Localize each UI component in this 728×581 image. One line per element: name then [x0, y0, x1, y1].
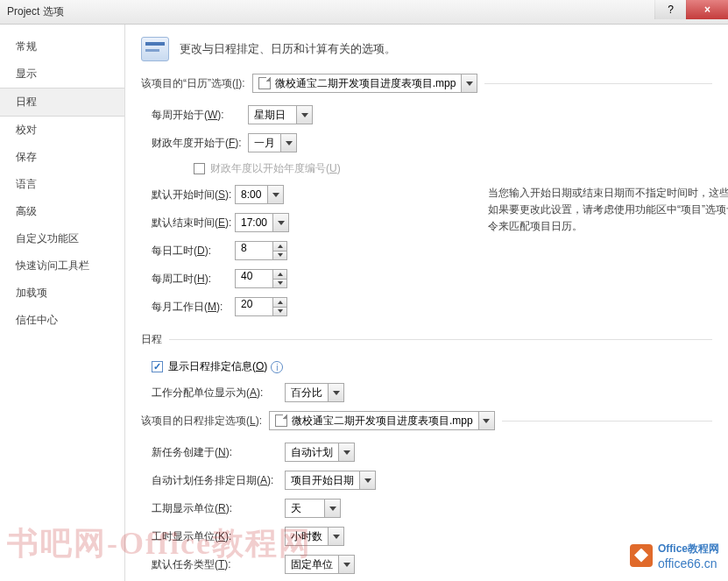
assignment-units-label: 工作分配单位显示为(A): — [152, 386, 285, 400]
titlebar: Project 选项 ? × — [0, 0, 728, 25]
hours-per-week-label: 每周工时(H): — [152, 272, 235, 287]
close-button[interactable]: × — [686, 0, 728, 19]
work-units-label: 工时显示单位(K): — [152, 529, 285, 544]
fy-numbering-label: 财政年度以开始年度编号(U) — [210, 161, 341, 176]
divider — [169, 339, 712, 340]
chevron-down-icon — [286, 141, 293, 145]
fy-numbering-checkbox — [194, 163, 205, 174]
show-schedule-info-label: 显示日程排定信息(O) — [168, 359, 267, 374]
hours-per-day-spinner[interactable]: 8 — [235, 241, 287, 260]
days-per-month-label: 每月工作日(M): — [152, 300, 235, 315]
calendar-section-title: 该项目的“日历”选项(I): — [141, 76, 245, 91]
sidebar-item-display[interactable]: 显示 — [0, 60, 124, 88]
default-task-type-select[interactable]: 固定单位 — [285, 555, 355, 574]
duration-units-select[interactable]: 天 — [285, 499, 341, 518]
sidebar-item-language[interactable]: 语言 — [0, 171, 124, 198]
help-button[interactable]: ? — [654, 0, 686, 19]
titlebar-buttons: ? × — [654, 0, 728, 19]
divider — [484, 83, 712, 84]
default-start-label: 默认开始时间(S): — [152, 188, 235, 202]
default-start-select[interactable]: 8:00 — [235, 185, 284, 204]
new-tasks-label: 新任务创建于(N): — [152, 445, 285, 460]
sidebar-item-addins[interactable]: 加载项 — [0, 280, 124, 307]
assignment-units-select[interactable]: 百分比 — [285, 383, 344, 402]
sidebar-item-quick-access[interactable]: 快速访问工具栏 — [0, 252, 124, 280]
sidebar-item-schedule[interactable]: 日程 — [0, 88, 124, 117]
sched-options-title: 该项目的日程排定选项(L): — [141, 414, 262, 429]
container: 常规 显示 日程 校对 保存 语言 高级 自定义功能区 快速访问工具栏 加载项 … — [0, 25, 728, 581]
sidebar-item-advanced[interactable]: 高级 — [0, 198, 124, 225]
question-icon: ? — [668, 4, 674, 16]
schedule-header-icon — [141, 37, 169, 61]
sidebar-item-trust-center[interactable]: 信任中心 — [0, 307, 124, 334]
duration-units-label: 工期显示单位(R): — [152, 501, 285, 516]
divider — [502, 421, 712, 422]
show-schedule-info-checkbox[interactable] — [152, 361, 163, 372]
work-units-select[interactable]: 小时数 — [285, 527, 344, 546]
sidebar-item-customize-ribbon[interactable]: 自定义功能区 — [0, 225, 124, 252]
calendar-section-title-row: 该项目的“日历”选项(I): 微校通宝二期开发项目进度表项目.mpp — [141, 74, 712, 93]
schedule-section-title: 日程 — [141, 332, 162, 347]
window-title: Project 选项 — [7, 4, 64, 19]
week-start-label: 每周开始于(W): — [152, 108, 248, 123]
week-start-select[interactable]: 星期日 — [248, 105, 313, 124]
file-icon — [258, 77, 271, 89]
hours-per-week-spinner[interactable]: 40 — [235, 269, 287, 288]
calendar-side-note: 当您输入开始日期或结束日期而不指定时间时，这些时间会被分配给任务。如果要更改此设… — [488, 185, 728, 236]
file-icon — [275, 414, 287, 427]
default-task-type-label: 默认任务类型(T): — [152, 557, 285, 572]
auto-sched-select[interactable]: 项目开始日期 — [285, 471, 376, 490]
page-description: 更改与日程排定、日历和计算有关的选项。 — [180, 41, 396, 57]
chevron-down-icon — [333, 391, 340, 395]
chevron-down-icon — [278, 221, 285, 225]
chevron-down-icon — [466, 81, 473, 86]
chevron-down-icon — [278, 253, 283, 257]
schedule-section-title-row: 日程 — [141, 332, 712, 347]
fy-start-select[interactable]: 一月 — [248, 133, 297, 152]
auto-sched-label: 自动计划任务排定日期(A): — [152, 473, 285, 488]
page-header: 更改与日程排定、日历和计算有关的选项。 — [141, 37, 712, 61]
chevron-down-icon — [483, 419, 490, 423]
hours-per-day-label: 每日工时(D): — [152, 244, 235, 259]
dropdown-button[interactable] — [461, 74, 477, 92]
sidebar-item-proofing[interactable]: 校对 — [0, 117, 124, 144]
sched-options-project-select[interactable]: 微校通宝二期开发项目进度表项目.mpp — [269, 411, 495, 430]
sidebar-item-save[interactable]: 保存 — [0, 144, 124, 171]
sidebar-item-general[interactable]: 常规 — [0, 33, 124, 60]
chevron-down-icon — [301, 113, 308, 117]
days-per-month-spinner[interactable]: 20 — [235, 297, 287, 316]
chevron-down-icon — [272, 193, 279, 197]
default-end-select[interactable]: 17:00 — [235, 213, 289, 232]
fy-start-label: 财政年度开始于(F): — [152, 136, 248, 151]
chevron-up-icon — [278, 244, 283, 248]
close-icon: × — [704, 4, 710, 16]
content: 更改与日程排定、日历和计算有关的选项。 该项目的“日历”选项(I): 微校通宝二… — [125, 25, 728, 581]
calendar-project-select[interactable]: 微校通宝二期开发项目进度表项目.mpp — [252, 74, 478, 93]
info-icon[interactable]: i — [271, 361, 283, 373]
sidebar: 常规 显示 日程 校对 保存 语言 高级 自定义功能区 快速访问工具栏 加载项 … — [0, 25, 125, 581]
default-end-label: 默认结束时间(E): — [152, 216, 235, 230]
sched-options-title-row: 该项目的日程排定选项(L): 微校通宝二期开发项目进度表项目.mpp — [141, 411, 712, 430]
new-tasks-select[interactable]: 自动计划 — [285, 443, 355, 462]
